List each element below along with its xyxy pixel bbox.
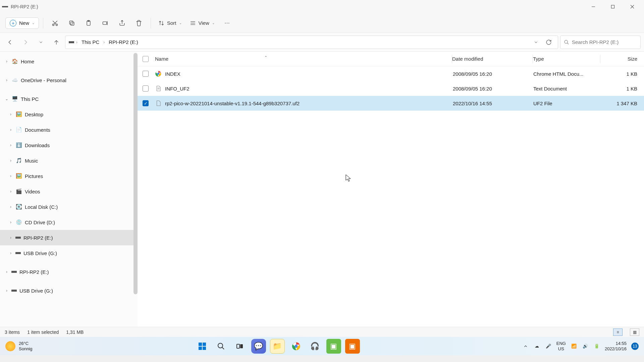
col-name[interactable]: Name⌃: [154, 56, 452, 62]
maximize-button[interactable]: [603, 0, 623, 13]
file-name: INDEX: [165, 71, 180, 77]
col-type[interactable]: Type: [533, 56, 600, 62]
new-button[interactable]: + New ⌄: [5, 17, 39, 29]
nav-cd-drive-d[interactable]: ›💿CD Drive (D:): [0, 215, 138, 230]
file-name: INFO_UF2: [165, 86, 190, 92]
paste-button[interactable]: [81, 16, 96, 30]
delete-button[interactable]: [131, 16, 147, 30]
file-date: 2022/10/16 14:55: [453, 101, 533, 106]
taskbar-chrome[interactable]: [289, 339, 304, 354]
copy-button[interactable]: [64, 16, 79, 30]
sort-button[interactable]: Sort ⌄: [155, 18, 185, 28]
nav-downloads[interactable]: ›⬇️Downloads: [0, 137, 138, 153]
chevron-right-icon: ›: [7, 158, 14, 163]
navigation-tree[interactable]: ›🏠Home ›☁️OneDrive - Personal ⌄🖥️This PC…: [0, 52, 138, 327]
col-date[interactable]: Date modified: [452, 56, 533, 62]
nav-thispc[interactable]: ⌄🖥️This PC: [0, 91, 138, 107]
cut-button[interactable]: [47, 16, 63, 30]
notification-badge[interactable]: 13: [631, 343, 639, 350]
more-button[interactable]: ⋯: [219, 16, 235, 30]
up-button[interactable]: [50, 36, 63, 49]
usb-drive-icon: [15, 237, 21, 239]
taskbar-search[interactable]: [214, 339, 228, 354]
taskbar-chat[interactable]: 💬: [251, 339, 266, 354]
close-button[interactable]: [623, 0, 642, 13]
nav-usb-drive-g[interactable]: ›USB Drive (G:): [0, 245, 138, 261]
tray-clock[interactable]: 14:55 2022/10/16: [605, 341, 627, 351]
usb-drive-icon: [11, 271, 17, 273]
tray-onedrive-icon[interactable]: ☁: [534, 343, 540, 350]
taskbar-weather[interactable]: 26°C Sonnig: [5, 341, 32, 351]
titlebar: RPI-RP2 (E:): [0, 0, 644, 13]
taskbar-file-explorer[interactable]: 📁: [270, 339, 285, 354]
nav-rpi-rp2-e-root[interactable]: ›RPI-RP2 (E:): [0, 264, 138, 280]
windows-icon: [199, 343, 206, 350]
pictures-icon: 🖼️: [15, 173, 22, 179]
plus-icon: +: [10, 20, 16, 26]
nav-home[interactable]: ›🏠Home: [0, 54, 138, 69]
tray-wifi-icon[interactable]: 📶: [571, 343, 577, 350]
crumb-thispc[interactable]: This PC: [79, 38, 101, 46]
chevron-right-icon: ›: [7, 235, 14, 240]
chevron-right-icon: ›: [7, 174, 14, 178]
cd-icon: 💿: [15, 219, 22, 226]
column-headers: Name⌃ Date modified Type Size: [138, 52, 644, 66]
chevron-right-icon: ›: [3, 78, 10, 82]
tray-mic-icon[interactable]: 🎤: [545, 343, 552, 350]
tray-battery-icon[interactable]: 🔋: [593, 343, 600, 350]
tray-volume-icon[interactable]: 🔊: [582, 343, 589, 350]
file-list-empty-area[interactable]: [138, 111, 644, 327]
view-button[interactable]: View ⌄: [186, 18, 218, 28]
drive-icon: [2, 6, 8, 7]
navtree-scrollbar[interactable]: [133, 53, 138, 294]
rename-button[interactable]: [98, 16, 113, 30]
search-input[interactable]: [572, 39, 637, 45]
select-all-checkbox[interactable]: [138, 56, 154, 62]
nav-rpi-rp2-e[interactable]: ›RPI-RP2 (E:): [0, 230, 138, 245]
tray-overflow[interactable]: [522, 343, 529, 350]
refresh-button[interactable]: [543, 37, 554, 48]
desktop-icon: 🖼️: [15, 111, 22, 118]
back-button[interactable]: [3, 36, 17, 49]
file-row[interactable]: INDEX2008/09/05 16:20Chrome HTML Docu...…: [138, 66, 644, 81]
history-dropdown[interactable]: [530, 37, 542, 48]
nav-desktop[interactable]: ›🖼️Desktop: [0, 107, 138, 122]
crumb-drive[interactable]: RPI-RP2 (E:): [107, 38, 140, 46]
chevron-right-icon: ›: [7, 251, 14, 255]
share-button[interactable]: [114, 16, 130, 30]
search-icon: [564, 40, 569, 45]
tray-language[interactable]: ENG US: [556, 341, 566, 351]
row-checkbox[interactable]: [138, 71, 154, 77]
taskbar-task-view[interactable]: [232, 339, 247, 354]
music-icon: 🎵: [15, 157, 22, 164]
nav-music[interactable]: ›🎵Music: [0, 153, 138, 168]
file-row[interactable]: INFO_UF22008/09/05 16:20Text Document1 K…: [138, 81, 644, 96]
start-button[interactable]: [195, 339, 210, 354]
recent-button[interactable]: [34, 36, 48, 49]
svg-rect-29: [237, 344, 239, 348]
thumbnails-view-button[interactable]: ▦: [630, 328, 639, 336]
forward-button[interactable]: [19, 36, 32, 49]
nav-local-disk-c[interactable]: ›💽Local Disk (C:): [0, 199, 138, 215]
taskbar-app-orange[interactable]: ▣: [345, 339, 360, 354]
nav-documents[interactable]: ›📄Documents: [0, 122, 138, 137]
disk-icon: 💽: [15, 203, 22, 210]
details-view-button[interactable]: ≡: [613, 328, 623, 336]
nav-pictures[interactable]: ›🖼️Pictures: [0, 168, 138, 184]
nav-usb-drive-g-root[interactable]: ›USB Drive (G:): [0, 283, 138, 298]
minimize-button[interactable]: [584, 0, 603, 13]
file-row[interactable]: ✓rp2-pico-w-20221014-unstable-v1.19.1-54…: [138, 96, 644, 111]
row-checkbox[interactable]: ✓: [138, 100, 154, 106]
taskbar-app-green[interactable]: ▣: [326, 339, 341, 354]
search-box[interactable]: [560, 36, 641, 49]
weather-label: Sonnig: [19, 346, 32, 352]
svg-rect-8: [71, 22, 74, 25]
address-bar[interactable]: › This PC › RPI-RP2 (E:): [65, 36, 558, 49]
taskbar-app-audio[interactable]: 🎧: [308, 339, 322, 354]
nav-videos[interactable]: ›🎬Videos: [0, 184, 138, 199]
nav-onedrive[interactable]: ›☁️OneDrive - Personal: [0, 72, 138, 88]
svg-rect-1: [611, 5, 614, 8]
col-size[interactable]: Size: [600, 56, 644, 62]
status-selected-size: 1,31 MB: [66, 329, 84, 335]
row-checkbox[interactable]: [138, 85, 154, 92]
